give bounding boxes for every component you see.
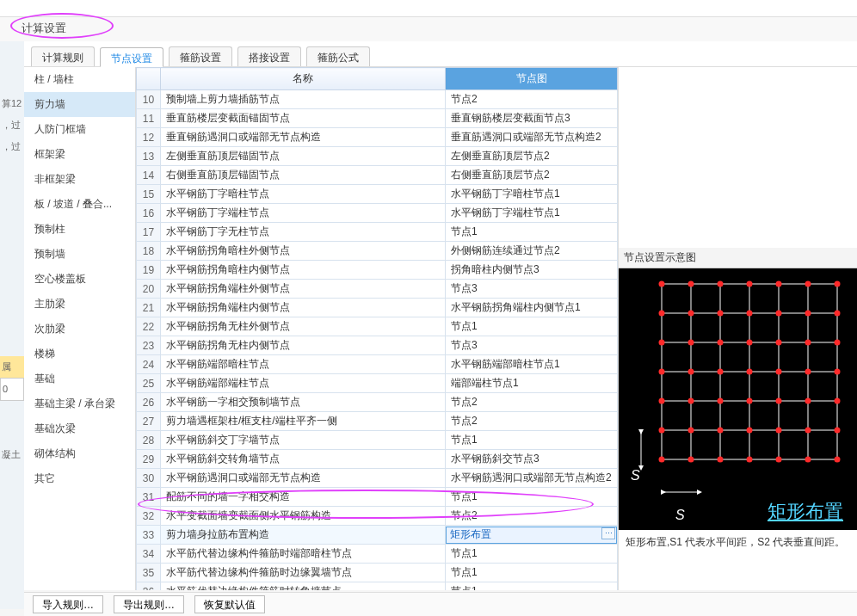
table-row[interactable]: 28水平钢筋斜交丁字墙节点节点1 bbox=[137, 431, 618, 450]
row-value[interactable]: 右侧垂直筋顶层节点2 bbox=[446, 166, 618, 185]
window-title: 计算设置 bbox=[22, 22, 66, 34]
sidebar-item-2[interactable]: 人防门框墙 bbox=[24, 117, 135, 142]
row-value[interactable]: 节点2 bbox=[446, 90, 618, 109]
row-value[interactable]: 矩形布置⋯ bbox=[446, 526, 618, 545]
sidebar-item-5[interactable]: 板 / 坡道 / 叠合... bbox=[24, 192, 135, 217]
row-value[interactable]: 节点2 bbox=[446, 393, 618, 412]
sidebar-item-13[interactable]: 基础主梁 / 承台梁 bbox=[24, 391, 135, 416]
row-name: 水平钢筋遇洞口或端部无节点构造 bbox=[161, 469, 446, 488]
row-value[interactable]: 水平钢筋遇洞口或端部无节点构造2 bbox=[446, 469, 618, 488]
row-number: 32 bbox=[137, 507, 161, 526]
row-value[interactable]: 水平钢筋丁字端柱节点1 bbox=[446, 204, 618, 223]
sidebar-item-4[interactable]: 非框架梁 bbox=[24, 167, 135, 192]
table-row[interactable]: 32水平变截面墙变截面侧水平钢筋构造节点2 bbox=[137, 507, 618, 526]
row-value[interactable]: 水平钢筋丁字暗柱节点1 bbox=[446, 185, 618, 204]
row-value[interactable]: 水平钢筋端部暗柱节点1 bbox=[446, 355, 618, 374]
table-row[interactable]: 10预制墙上剪力墙插筋节点节点2 bbox=[137, 90, 618, 109]
value-editor[interactable]: 矩形布置⋯ bbox=[446, 527, 617, 544]
sidebar-item-0[interactable]: 柱 / 墙柱 bbox=[24, 67, 135, 92]
tab-4[interactable]: 箍筋公式 bbox=[306, 46, 370, 66]
tab-3[interactable]: 搭接设置 bbox=[237, 46, 301, 66]
sidebar-item-12[interactable]: 基础 bbox=[24, 367, 135, 391]
row-value[interactable]: 节点3 bbox=[446, 336, 618, 355]
sidebar-item-14[interactable]: 基础次梁 bbox=[24, 416, 135, 441]
table-row[interactable]: 35水平筋代替边缘构件箍筋时边缘翼墙节点节点1 bbox=[137, 564, 618, 582]
row-value[interactable]: 垂直筋遇洞口或端部无节点构造2 bbox=[446, 128, 618, 147]
table-row[interactable]: 27剪力墙遇框架柱/框支柱/端柱平齐一侧节点2 bbox=[137, 412, 618, 431]
svg-point-15 bbox=[659, 311, 665, 317]
table-row[interactable]: 13左侧垂直筋顶层锚固节点左侧垂直筋顶层节点2 bbox=[137, 147, 618, 166]
table-row[interactable]: 20水平钢筋拐角端柱外侧节点节点3 bbox=[137, 280, 618, 299]
table-row[interactable]: 31配筋不同的墙一字相交构造节点1 bbox=[137, 488, 618, 507]
row-value[interactable]: 节点2 bbox=[446, 507, 618, 526]
row-value[interactable]: 节点2 bbox=[446, 412, 618, 431]
diagram-type-label[interactable]: 矩形布置 bbox=[768, 499, 843, 525]
row-value[interactable]: 节点1 bbox=[446, 564, 618, 582]
table-row[interactable]: 14右侧垂直筋顶层锚固节点右侧垂直筋顶层节点2 bbox=[137, 166, 618, 185]
row-number: 30 bbox=[137, 469, 161, 488]
table-row[interactable]: 15水平钢筋丁字暗柱节点水平钢筋丁字暗柱节点1 bbox=[137, 185, 618, 204]
row-name: 垂直筋楼层变截面锚固节点 bbox=[161, 109, 446, 128]
table-row[interactable]: 29水平钢筋斜交转角墙节点水平钢筋斜交节点3 bbox=[137, 450, 618, 469]
row-value[interactable]: 垂直钢筋楼层变截面节点3 bbox=[446, 109, 618, 128]
sidebar-item-9[interactable]: 主肋梁 bbox=[24, 292, 135, 317]
table-row[interactable]: 17水平钢筋丁字无柱节点节点1 bbox=[137, 223, 618, 242]
table-row[interactable]: 24水平钢筋端部暗柱节点水平钢筋端部暗柱节点1 bbox=[137, 355, 618, 374]
row-number: 34 bbox=[137, 545, 161, 564]
row-number: 22 bbox=[137, 317, 161, 336]
tab-1[interactable]: 节点设置 bbox=[100, 47, 163, 67]
table-row[interactable]: 21水平钢筋拐角端柱内侧节点水平钢筋拐角端柱内侧节点1 bbox=[137, 299, 618, 317]
sidebar-item-15[interactable]: 砌体结构 bbox=[24, 441, 135, 466]
table-row[interactable]: 11垂直筋楼层变截面锚固节点垂直钢筋楼层变截面节点3 bbox=[137, 109, 618, 128]
row-value[interactable]: 拐角暗柱内侧节点3 bbox=[446, 261, 618, 280]
row-value[interactable]: 水平钢筋拐角端柱内侧节点1 bbox=[446, 299, 618, 317]
row-value[interactable]: 外侧钢筋连续通过节点2 bbox=[446, 242, 618, 261]
import-rules-button[interactable]: 导入规则… bbox=[33, 595, 103, 613]
sidebar-item-1[interactable]: 剪力墙 bbox=[24, 92, 135, 117]
left-fragment: 凝土 bbox=[0, 444, 24, 465]
table-row[interactable]: 26水平钢筋一字相交预制墙节点节点2 bbox=[137, 393, 618, 412]
table-row[interactable]: 25水平钢筋端部端柱节点端部端柱节点1 bbox=[137, 374, 618, 393]
export-rules-button[interactable]: 导出规则… bbox=[114, 595, 184, 613]
table-row[interactable]: 19水平钢筋拐角暗柱内侧节点拐角暗柱内侧节点3 bbox=[137, 261, 618, 280]
row-value[interactable]: 水平钢筋斜交节点3 bbox=[446, 450, 618, 469]
row-value[interactable]: 节点1 bbox=[446, 317, 618, 336]
row-value[interactable]: 节点1 bbox=[446, 545, 618, 564]
reset-defaults-button[interactable]: 恢复默认值 bbox=[194, 595, 265, 613]
row-value[interactable]: 节点1 bbox=[446, 223, 618, 242]
sidebar-item-10[interactable]: 次肋梁 bbox=[24, 317, 135, 342]
table-row[interactable]: 36水平筋代替边缘构件箍筋时转角墙节点节点1 bbox=[137, 582, 618, 591]
sidebar-item-7[interactable]: 预制墙 bbox=[24, 242, 135, 267]
svg-point-37 bbox=[747, 340, 753, 346]
sidebar-item-11[interactable]: 楼梯 bbox=[24, 342, 135, 367]
preview-caption: 矩形布置,S1 代表水平间距，S2 代表垂直间距。 bbox=[619, 530, 857, 555]
sidebar-item-8[interactable]: 空心楼盖板 bbox=[24, 267, 135, 292]
ellipsis-button[interactable]: ⋯ bbox=[601, 527, 615, 539]
table-row[interactable]: 22水平钢筋拐角无柱外侧节点节点1 bbox=[137, 317, 618, 336]
table-row[interactable]: 33剪力墙身拉筋布置构造矩形布置⋯ bbox=[137, 526, 618, 545]
row-value[interactable]: 节点1 bbox=[446, 431, 618, 450]
row-value[interactable]: 端部端柱节点1 bbox=[446, 374, 618, 393]
footer: 导入规则… 导出规则… 恢复默认值 bbox=[24, 592, 857, 616]
row-value[interactable]: 节点1 bbox=[446, 488, 618, 507]
table-row[interactable]: 34水平筋代替边缘构件箍筋时端部暗柱节点节点1 bbox=[137, 545, 618, 564]
table-row[interactable]: 30水平钢筋遇洞口或端部无节点构造水平钢筋遇洞口或端部无节点构造2 bbox=[137, 469, 618, 488]
row-value[interactable]: 左侧垂直筋顶层节点2 bbox=[446, 147, 618, 166]
tab-0[interactable]: 计算规则 bbox=[31, 46, 95, 66]
row-number: 18 bbox=[137, 242, 161, 261]
sidebar-item-6[interactable]: 预制柱 bbox=[24, 217, 135, 242]
table-row[interactable]: 16水平钢筋丁字端柱节点水平钢筋丁字端柱节点1 bbox=[137, 204, 618, 223]
sidebar-item-16[interactable]: 其它 bbox=[24, 466, 135, 491]
s-horizontal-label: S bbox=[675, 508, 685, 523]
row-value[interactable]: 节点3 bbox=[446, 280, 618, 299]
row-name: 水平筋代替边缘构件箍筋时端部暗柱节点 bbox=[161, 545, 446, 564]
row-name: 水平钢筋拐角暗柱外侧节点 bbox=[161, 242, 446, 261]
row-value[interactable]: 节点1 bbox=[446, 582, 618, 591]
table-row[interactable]: 12垂直钢筋遇洞口或端部无节点构造垂直筋遇洞口或端部无节点构造2 bbox=[137, 128, 618, 147]
diagram: S S 矩形布置 bbox=[619, 268, 857, 530]
sidebar-item-3[interactable]: 框架梁 bbox=[24, 142, 135, 167]
table-row[interactable]: 23水平钢筋拐角无柱内侧节点节点3 bbox=[137, 336, 618, 355]
col-number bbox=[137, 68, 161, 90]
tab-2[interactable]: 箍筋设置 bbox=[169, 46, 232, 66]
table-row[interactable]: 18水平钢筋拐角暗柱外侧节点外侧钢筋连续通过节点2 bbox=[137, 242, 618, 261]
